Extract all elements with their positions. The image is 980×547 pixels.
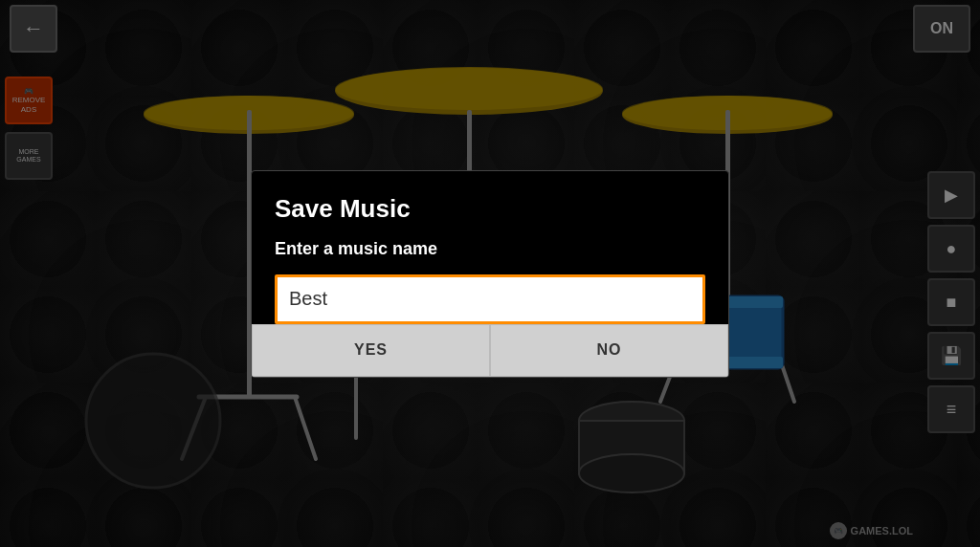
modal-buttons: YES NO <box>252 324 728 377</box>
save-music-modal: Save Music Enter a music name YES NO <box>251 170 729 378</box>
modal-overlay: Save Music Enter a music name YES NO <box>0 0 980 547</box>
yes-button[interactable]: YES <box>252 324 490 377</box>
no-button[interactable]: NO <box>490 324 728 377</box>
music-name-input[interactable] <box>275 274 705 324</box>
modal-body: Save Music Enter a music name <box>252 171 728 324</box>
modal-title: Save Music <box>275 194 705 224</box>
modal-subtitle: Enter a music name <box>275 239 705 259</box>
